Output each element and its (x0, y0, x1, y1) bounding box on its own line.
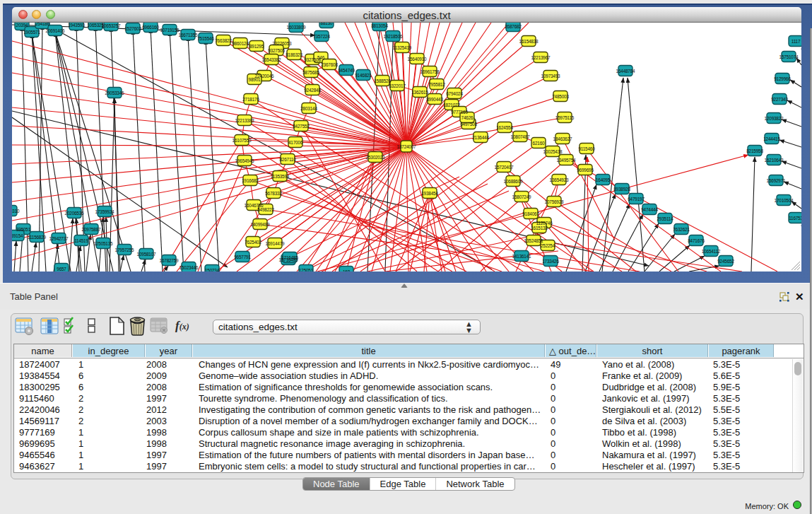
svg-text:17359924: 17359924 (95, 209, 114, 214)
svg-text:19218506: 19218506 (384, 34, 403, 39)
svg-text:10756928: 10756928 (545, 199, 564, 204)
svg-text:20206536: 20206536 (65, 211, 84, 216)
svg-text:8186323: 8186323 (286, 52, 302, 57)
svg-text:18463627: 18463627 (553, 136, 572, 141)
svg-text:5498222: 5498222 (257, 207, 274, 212)
svg-text:13495754: 13495754 (557, 158, 576, 163)
svg-text:16914479: 16914479 (266, 241, 285, 246)
svg-text:15807249: 15807249 (512, 194, 531, 199)
svg-text:11325419: 11325419 (393, 45, 412, 50)
svg-text:20975887: 20975887 (82, 227, 101, 232)
svg-text:11353594: 11353594 (271, 174, 290, 179)
svg-text:13654923: 13654923 (550, 177, 569, 182)
svg-text:1117: 1117 (792, 39, 801, 44)
svg-text:546: 546 (317, 55, 325, 60)
svg-text:1716485: 1716485 (281, 255, 298, 260)
svg-text:15720407: 15720407 (495, 165, 514, 170)
svg-text:1916682: 1916682 (242, 178, 259, 183)
svg-text:6966160: 6966160 (142, 25, 159, 30)
svg-text:1362615: 1362615 (411, 90, 428, 95)
svg-text:16961758: 16961758 (420, 69, 440, 74)
svg-text:12942737: 12942737 (49, 236, 69, 241)
svg-text:23226053: 23226053 (273, 41, 292, 46)
svg-text:116753: 116753 (789, 216, 801, 221)
svg-text:19654945: 19654945 (235, 158, 254, 163)
svg-text:29053346: 29053346 (105, 90, 124, 95)
svg-text:9474444: 9474444 (641, 207, 658, 212)
svg-text:114519: 114519 (74, 238, 88, 243)
svg-text:88130: 88130 (321, 23, 333, 25)
svg-text:2367608: 2367608 (321, 62, 338, 67)
svg-text:62160: 62160 (533, 141, 545, 146)
svg-text:15023446: 15023446 (180, 265, 199, 270)
svg-text:8427552: 8427552 (293, 124, 310, 129)
svg-text:6322017: 6322017 (389, 83, 406, 88)
svg-text:2136444: 2136444 (472, 135, 489, 140)
svg-text:252254: 252254 (541, 243, 555, 248)
svg-text:12093822: 12093822 (765, 116, 784, 121)
svg-text:9777169: 9777169 (451, 110, 468, 115)
svg-text:7357224: 7357224 (313, 34, 330, 39)
svg-text:168: 168 (343, 269, 351, 272)
svg-text:16782759: 16782759 (160, 258, 179, 263)
svg-text:1943593: 1943593 (68, 23, 85, 28)
svg-text:7663822: 7663822 (215, 38, 232, 43)
svg-text:15975115: 15975115 (555, 115, 575, 120)
svg-text:16543382: 16543382 (262, 57, 281, 62)
svg-text:9184067: 9184067 (522, 211, 539, 216)
svg-text:16671355: 16671355 (179, 33, 198, 37)
svg-text:8813054: 8813054 (371, 23, 388, 28)
svg-text:10688609: 10688609 (504, 179, 523, 184)
svg-text:9115460: 9115460 (578, 146, 595, 151)
svg-text:26160310: 26160310 (12, 209, 20, 214)
svg-text:10654112: 10654112 (702, 249, 721, 254)
svg-text:8471676: 8471676 (688, 238, 705, 243)
svg-text:7632621: 7632621 (673, 227, 690, 232)
svg-text:15692971: 15692971 (767, 178, 786, 183)
svg-text:1120746: 1120746 (536, 221, 553, 226)
svg-text:13524851: 13524851 (524, 238, 543, 243)
svg-text:7515546: 7515546 (197, 36, 214, 41)
svg-text:7625402: 7625402 (245, 240, 261, 245)
svg-text:98901: 98901 (249, 77, 261, 82)
svg-text:10958107: 10958107 (137, 252, 156, 257)
svg-text:417006: 417006 (288, 140, 303, 145)
svg-text:15751074: 15751074 (779, 54, 799, 59)
svg-text:14136141: 14136141 (512, 254, 531, 259)
svg-text:6497508: 6497508 (460, 122, 477, 127)
svg-text:164095: 164095 (596, 177, 611, 182)
svg-text:9227343: 9227343 (771, 97, 788, 102)
svg-text:10653257: 10653257 (102, 23, 121, 28)
svg-text:150234: 150234 (205, 268, 220, 272)
svg-text:8215958: 8215958 (746, 148, 763, 153)
svg-text:9860124: 9860124 (232, 41, 249, 46)
svg-text:1615132: 1615132 (531, 226, 548, 230)
svg-text:8938928: 8938928 (613, 187, 630, 192)
svg-text:16448784: 16448784 (616, 69, 635, 74)
svg-text:1905571: 1905571 (23, 30, 40, 35)
svg-text:20691406: 20691406 (46, 28, 65, 33)
svg-text:891295: 891295 (249, 44, 264, 49)
svg-text:8990443: 8990443 (426, 97, 443, 102)
svg-text:9657: 9657 (57, 267, 66, 271)
svg-text:2687682: 2687682 (505, 24, 522, 29)
svg-text:5875685: 5875685 (302, 70, 319, 75)
svg-text:10973493: 10973493 (541, 74, 560, 78)
svg-text:6479197: 6479197 (628, 197, 645, 201)
svg-text:15640910: 15640910 (408, 57, 427, 62)
svg-text:16154838: 16154838 (519, 39, 539, 44)
svg-text:1588520: 1588520 (374, 78, 391, 83)
svg-text:9699695: 9699695 (577, 168, 594, 173)
svg-text:1938454: 1938454 (421, 191, 438, 196)
svg-text:9242848: 9242848 (304, 88, 321, 93)
svg-text:39154: 39154 (12, 233, 23, 238)
svg-text:8454749: 8454749 (338, 68, 355, 73)
svg-text:9129966: 9129966 (774, 76, 791, 81)
svg-text:25302023: 25302023 (366, 155, 385, 160)
svg-text:17010504: 17010504 (775, 198, 794, 203)
svg-text:254186: 254186 (35, 23, 50, 26)
svg-text:10719155: 10719155 (160, 28, 180, 33)
svg-text:6794024: 6794024 (446, 91, 463, 96)
svg-text:16107553: 16107553 (233, 138, 252, 143)
svg-text:2935114: 2935114 (657, 216, 673, 221)
